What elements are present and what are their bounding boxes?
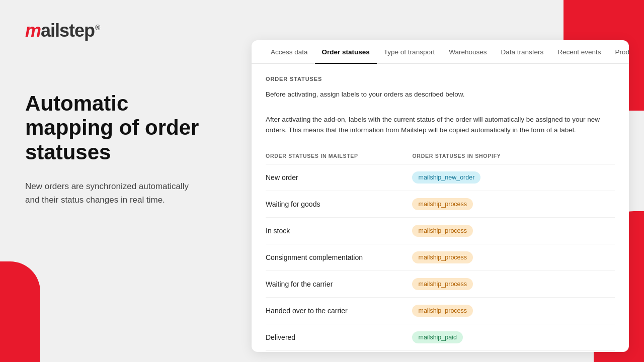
status-badge: mailship_process: [412, 278, 473, 290]
mailstep-status: Waiting for goods: [266, 191, 412, 217]
table-row: Consignment complementationmailship_proc…: [266, 244, 615, 270]
tab-access-data[interactable]: Access data: [264, 40, 315, 64]
status-badge: mailship_new_order: [412, 171, 480, 184]
shopify-label: mailship_process: [412, 297, 615, 324]
col-header-mailstep: ORDER STATUSES IN MAILSTEP: [266, 148, 412, 164]
logo-text: mailstep®: [25, 20, 100, 41]
description-2: After activating the add-on, labels with…: [266, 114, 615, 136]
status-badge: mailship_process: [412, 225, 473, 237]
shopify-label: mailship_refunded: [412, 350, 615, 352]
mailstep-status: New order: [266, 164, 412, 191]
logo-registered: ®: [95, 24, 100, 32]
description-block: Before activating, assign labels to your…: [266, 89, 615, 136]
hero-title: Automatic mapping of order statuses: [25, 92, 206, 164]
mailstep-status: Waiting for the carrier: [266, 270, 412, 297]
table-row: Waiting for goodsmailship_process: [266, 191, 615, 217]
status-table: ORDER STATUSES IN MAILSTEP ORDER STATUSE…: [266, 148, 615, 352]
status-badge: mailship_process: [412, 305, 473, 317]
shopify-label: mailship_process: [412, 191, 615, 217]
status-badge: mailship_paid: [412, 331, 462, 343]
section-title: ORDER STATUSES: [266, 76, 615, 82]
status-badge: mailship_process: [412, 198, 473, 210]
shopify-label: mailship_paid: [412, 324, 615, 350]
col-header-shopify: ORDER STATUSES IN SHOPIFY: [412, 148, 615, 164]
logo-m-letter: m: [25, 20, 41, 41]
shopify-label: mailship_process: [412, 244, 615, 270]
table-row: Handed over to the carriermailship_proce…: [266, 297, 615, 324]
shopify-label: mailship_process: [412, 217, 615, 244]
tab-recent-events[interactable]: Recent events: [550, 40, 608, 64]
table-row: Deliveredmailship_paid: [266, 324, 615, 350]
mailstep-status: Returned: [266, 350, 412, 352]
tabs-nav: Access data Order statuses Type of trans…: [252, 40, 629, 64]
tab-order-statuses[interactable]: Order statuses: [315, 40, 377, 64]
table-row: In stockmailship_process: [266, 217, 615, 244]
status-badge: mailship_process: [412, 251, 473, 263]
tab-products[interactable]: Products: [608, 40, 629, 64]
card-content: ORDER STATUSES Before activating, assign…: [252, 64, 629, 352]
table-row: New ordermailship_new_order: [266, 164, 615, 191]
mailstep-status: Consignment complementation: [266, 244, 412, 270]
tab-warehouses[interactable]: Warehouses: [442, 40, 494, 64]
mailstep-status: Delivered: [266, 324, 412, 350]
tab-data-transfers[interactable]: Data transfers: [494, 40, 550, 64]
table-row: Returnedmailship_refunded: [266, 350, 615, 352]
mailstep-status: In stock: [266, 217, 412, 244]
shopify-label: mailship_new_order: [412, 164, 615, 191]
logo: mailstep®: [25, 20, 206, 41]
description-1: Before activating, assign labels to your…: [266, 89, 615, 100]
table-row: Waiting for the carriermailship_process: [266, 270, 615, 297]
tab-type-of-transport[interactable]: Type of transport: [377, 40, 442, 64]
left-panel: mailstep® Automatic mapping of order sta…: [0, 0, 231, 362]
hero-subtitle: New orders are synchronized automaticall…: [25, 179, 196, 207]
mailstep-status: Handed over to the carrier: [266, 297, 412, 324]
shopify-label: mailship_process: [412, 270, 615, 297]
main-card: Access data Order statuses Type of trans…: [252, 40, 629, 352]
